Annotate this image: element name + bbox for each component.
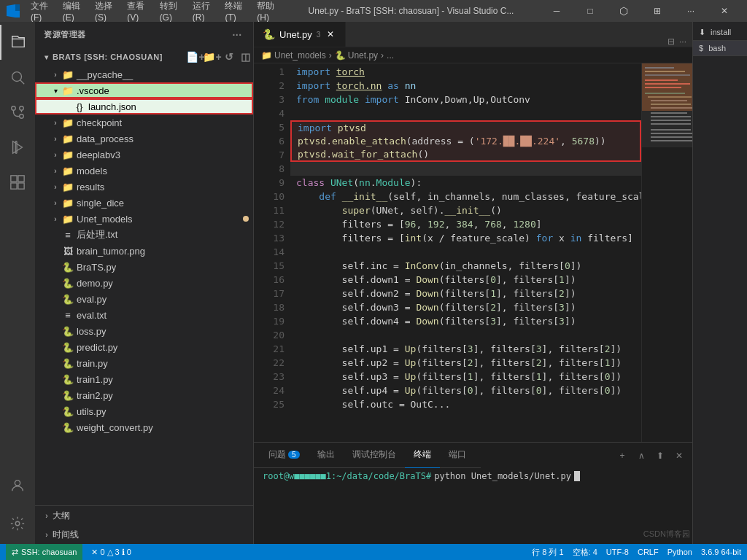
right-panel-install[interactable]: ⬇ install (693, 25, 747, 41)
status-eol[interactable]: CRLF (638, 547, 659, 558)
tree-item-results[interactable]: › 📁 results (35, 179, 253, 195)
code-line-18: self.down3 = Down(filters[2], filters[3]… (290, 300, 641, 314)
loss-py-label: loss.py (77, 326, 253, 337)
menu-edit[interactable]: 编辑(E) (57, 0, 88, 24)
eval-txt-icon: ≡ (61, 310, 74, 321)
minimize-button[interactable]: ─ (540, 0, 573, 22)
panel-maximize-btn[interactable]: ⬆ (653, 448, 667, 463)
panel-tab-debug-console[interactable]: 调试控制台 (344, 443, 405, 468)
menu-help[interactable]: 帮助(H) (251, 0, 282, 24)
close-button[interactable]: ✕ (708, 0, 741, 22)
tree-item-loss-py[interactable]: 🐍 loss.py (35, 323, 253, 339)
collapse-btn[interactable]: ◫ (239, 50, 253, 64)
tab-unet-py[interactable]: 🐍 Unet.py 3 ✕ (254, 22, 346, 47)
models-arrow: › (50, 167, 61, 175)
menu-file[interactable]: 文件(F) (25, 0, 55, 24)
sidebar: 资源管理器 ··· ▾ BRATS [SSH: CHAOSUAN] 📄+ 📁+ … (35, 22, 254, 544)
panel-content[interactable]: root@w■■■■■■1:~/data/code/BraTS# python … (254, 468, 692, 544)
tree-item-deeplabv3[interactable]: › 📁 deeplabv3 (35, 147, 253, 163)
warning-count: 3 (115, 548, 120, 556)
activity-search[interactable] (0, 60, 35, 95)
tab-bar: 🐍 Unet.py 3 ✕ ⊟ ··· (254, 22, 692, 47)
layout-icon-btn[interactable]: ⊞ (640, 0, 674, 22)
more-tabs-btn[interactable]: ··· (679, 36, 686, 47)
code-line-16: self.down1 = Down(filters[0], filters[1]… (290, 273, 641, 287)
right-panel-install-label: install (711, 28, 731, 36)
panel-add-btn[interactable]: + (615, 448, 630, 463)
activity-account[interactable] (0, 468, 35, 503)
panel-right-controls: + ∧ ⬆ ✕ (615, 448, 692, 463)
panel-problems-badge: 5 (288, 451, 300, 459)
status-ssh[interactable]: ⇄ SSH: chaosuan (6, 544, 82, 560)
status-spaces[interactable]: 空格: 4 (573, 547, 597, 558)
panel-tab-ports[interactable]: 端口 (440, 443, 475, 468)
tree-root-arrow: ▾ (41, 53, 53, 61)
right-panel-bash[interactable]: $ bash (693, 41, 747, 56)
sidebar-header: 资源管理器 ··· (35, 22, 253, 47)
activity-explorer[interactable] (0, 25, 35, 60)
tree-item-train-py[interactable]: 🐍 train.py (35, 355, 253, 371)
status-errors[interactable]: ✕ 0 △ 3 ℹ 0 (91, 548, 131, 557)
split-editor-btn[interactable]: ⊟ (667, 36, 675, 47)
menu-terminal[interactable]: 终端(T) (219, 0, 249, 24)
tree-item-data-process[interactable]: › 📁 data_process (35, 131, 253, 147)
status-row[interactable]: 行 8 列 1 (532, 547, 563, 558)
tree-item-weight-convert-py[interactable]: 🐍 weight_convert.py (35, 419, 253, 435)
maximize-button[interactable]: □ (573, 0, 607, 22)
sidebar-header-icons: ··· (230, 28, 244, 42)
activity-extensions[interactable] (0, 165, 35, 200)
panel-close-btn[interactable]: ✕ (672, 448, 686, 463)
timeline-section[interactable]: › 时间线 (35, 525, 253, 544)
status-right: 行 8 列 1 空格: 4 UTF-8 CRLF Python 3.6.9 64… (532, 547, 741, 558)
status-language[interactable]: Python (667, 547, 692, 558)
tree-item-train1-py[interactable]: 🐍 train1.py (35, 371, 253, 387)
panel-tab-problems[interactable]: 问题 5 (260, 443, 309, 468)
menu-run[interactable]: 运行(R) (187, 0, 218, 24)
tree-item-postprocess-txt[interactable]: ≡ 后处理.txt (35, 227, 253, 243)
tree-root[interactable]: ▾ BRATS [SSH: CHAOSUAN] 📄+ 📁+ ↺ ◫ (35, 47, 253, 66)
eval-txt-label: eval.txt (77, 310, 253, 321)
menu-view[interactable]: 查看(V) (121, 0, 152, 24)
status-encoding[interactable]: UTF-8 (606, 547, 629, 558)
panel-tab-terminal[interactable]: 终端 (405, 443, 440, 468)
tree-item-utils-py[interactable]: 🐍 utils.py (35, 403, 253, 419)
tree-item-models[interactable]: › 📁 models (35, 163, 253, 179)
code-content[interactable]: import torch import torch.nn as nn from … (290, 63, 641, 442)
activity-debug[interactable] (0, 130, 35, 165)
sidebar-menu-btn[interactable]: ··· (230, 28, 244, 42)
outline-section[interactable]: › 大纲 (35, 506, 253, 525)
refresh-btn[interactable]: ↺ (222, 50, 236, 64)
tree-item-brats-py[interactable]: 🐍 BraTS.py (35, 259, 253, 275)
tree-item-launch-json[interactable]: {} launch.json (35, 98, 253, 114)
more-btn[interactable]: ··· (674, 0, 708, 22)
panel-chevron-up-btn[interactable]: ∧ (634, 448, 649, 463)
tree-item-single-dice[interactable]: › 📁 single_dice (35, 195, 253, 211)
code-line-24: self.up4 = Up(filters[0], filters[0], fi… (290, 384, 641, 397)
tree-item-unet-models[interactable]: › 📁 Unet_models (35, 211, 253, 227)
status-version[interactable]: 3.6.9 64-bit (701, 547, 741, 558)
code-editor[interactable]: 1234 5678 9101112 13141516 17181920 2122… (254, 63, 641, 442)
tree-item-vscode[interactable]: ▾ 📁 .vscode (35, 82, 253, 98)
svg-rect-12 (18, 183, 24, 189)
tab-close-unet[interactable]: ✕ (325, 28, 336, 40)
breadcrumb-unet-models[interactable]: 📁 Unet_models (261, 50, 326, 61)
debug-icon-btn[interactable]: ⬡ (607, 0, 640, 22)
tree-item-pycache[interactable]: › 📁 __pycache__ (35, 66, 253, 82)
tree-item-eval-py[interactable]: 🐍 eval.py (35, 291, 253, 307)
status-spaces-label: 空格: 4 (573, 547, 597, 558)
code-line-11: super(UNet, self).__init__() (290, 203, 641, 217)
activity-settings[interactable] (0, 506, 35, 541)
tree-item-train2-py[interactable]: 🐍 train2.py (35, 387, 253, 403)
tree-item-predict-py[interactable]: 🐍 predict.py (35, 339, 253, 355)
new-file-btn[interactable]: 📄+ (188, 50, 203, 64)
tree-item-eval-txt[interactable]: ≡ eval.txt (35, 307, 253, 323)
breadcrumb-unet-py[interactable]: 🐍 Unet.py (335, 50, 378, 61)
menu-goto[interactable]: 转到(G) (154, 0, 185, 24)
panel-tab-output[interactable]: 输出 (309, 443, 344, 468)
tree-item-checkpoint[interactable]: › 📁 checkpoint (35, 114, 253, 131)
menu-select[interactable]: 选择(S) (89, 0, 120, 24)
tree-item-brain-tumor[interactable]: 🖼 brain_tumor.png (35, 243, 253, 259)
tree-item-demo-py[interactable]: 🐍 demo.py (35, 275, 253, 291)
activity-scm[interactable] (0, 95, 35, 130)
new-folder-btn[interactable]: 📁+ (205, 50, 220, 64)
